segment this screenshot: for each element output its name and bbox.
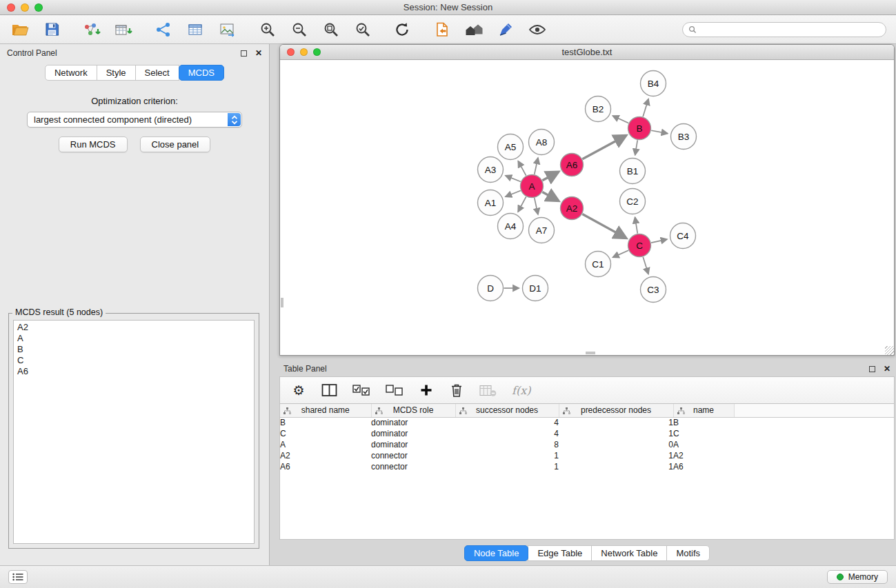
export-table-button[interactable] bbox=[185, 19, 206, 40]
mcds-result-item-a2[interactable]: A2 bbox=[14, 322, 254, 333]
optimization-criterion-dropdown[interactable]: largest connected component (directed) bbox=[27, 112, 242, 128]
show-hide-button[interactable] bbox=[527, 19, 548, 40]
table-row-a6[interactable]: A6connector11A6 bbox=[280, 461, 894, 472]
vertical-scrollbar-thumb[interactable] bbox=[281, 298, 283, 307]
graph-edge-A-A5[interactable] bbox=[518, 161, 526, 176]
tab-select[interactable]: Select bbox=[135, 65, 179, 81]
column-header-name[interactable]: name bbox=[673, 404, 734, 417]
graph-node-C2[interactable]: C2 bbox=[620, 189, 646, 214]
table-cell[interactable]: 0 bbox=[559, 439, 673, 450]
delete-column-button[interactable] bbox=[449, 382, 464, 398]
table-cell[interactable]: 1 bbox=[455, 461, 559, 472]
column-header-successor-nodes[interactable]: successor nodes bbox=[455, 404, 559, 417]
graph-edge-A-A8[interactable] bbox=[535, 158, 538, 174]
table-cell[interactable]: 4 bbox=[455, 417, 559, 428]
graph-node-A[interactable]: A bbox=[521, 175, 544, 198]
column-header-predecessor-nodes[interactable]: predecessor nodes bbox=[559, 404, 673, 417]
network-canvas[interactable]: B4B2BB3A5A8A6B1A3AC2A1A2A4A7C4CC1C3DD1 bbox=[280, 60, 894, 355]
mcds-result-list[interactable]: A2ABCA6 bbox=[13, 320, 255, 544]
graph-edge-A6-B[interactable] bbox=[582, 135, 626, 159]
export-network-button[interactable] bbox=[153, 19, 174, 40]
tab-network-table[interactable]: Network Table bbox=[591, 545, 667, 561]
function-builder-button[interactable]: f(x) bbox=[512, 382, 530, 398]
close-network-window-button[interactable] bbox=[287, 48, 295, 56]
tab-edge-table[interactable]: Edge Table bbox=[528, 545, 592, 561]
column-header-shared-name[interactable]: shared name bbox=[280, 404, 371, 417]
table-cell[interactable]: A6 bbox=[280, 461, 371, 472]
graph-edge-A-A6[interactable] bbox=[542, 172, 559, 181]
graph-edge-B-B3[interactable] bbox=[651, 130, 668, 133]
close-panel-icon[interactable]: ✕ bbox=[255, 48, 262, 58]
table-settings-button[interactable]: ⚙ bbox=[291, 382, 306, 398]
graph-node-A8[interactable]: A8 bbox=[529, 130, 555, 155]
graph-node-B[interactable]: B bbox=[628, 117, 651, 140]
graph-node-B4[interactable]: B4 bbox=[641, 71, 666, 97]
table-cell[interactable]: dominator bbox=[371, 428, 455, 439]
home-button[interactable] bbox=[464, 19, 484, 40]
mcds-result-item-a[interactable]: A bbox=[14, 333, 254, 344]
table-row-a[interactable]: Adominator80A bbox=[280, 439, 894, 450]
run-mcds-button[interactable]: Run MCDS bbox=[59, 136, 128, 152]
table-row-b[interactable]: Bdominator41B bbox=[280, 417, 894, 428]
table-cell[interactable]: 4 bbox=[455, 428, 559, 439]
delete-table-button[interactable] bbox=[479, 382, 497, 398]
table-cell[interactable]: C bbox=[280, 428, 371, 439]
close-window-button[interactable] bbox=[7, 3, 15, 12]
graph-edge-C-C3[interactable] bbox=[643, 257, 648, 274]
column-header-MCDS-role[interactable]: MCDS role bbox=[371, 404, 455, 417]
table-cell[interactable]: B bbox=[280, 417, 371, 428]
graph-edge-B-B2[interactable] bbox=[613, 116, 628, 123]
graph-node-A3[interactable]: A3 bbox=[478, 157, 504, 183]
graph-node-C[interactable]: C bbox=[628, 234, 651, 257]
graph-edge-C-C1[interactable] bbox=[613, 250, 628, 257]
graph-edge-C-C4[interactable] bbox=[651, 239, 667, 243]
graph-edge-A-A2[interactable] bbox=[542, 192, 559, 201]
select-all-columns-button[interactable] bbox=[352, 382, 370, 398]
memory-button[interactable]: Memory bbox=[827, 570, 888, 584]
deselect-all-columns-button[interactable] bbox=[386, 382, 404, 398]
import-table-button[interactable] bbox=[113, 19, 134, 40]
search-field[interactable] bbox=[682, 22, 886, 37]
horizontal-scrollbar-thumb[interactable] bbox=[586, 352, 595, 354]
tab-style[interactable]: Style bbox=[97, 65, 136, 81]
graph-node-A6[interactable]: A6 bbox=[561, 154, 584, 176]
apply-layout-button[interactable] bbox=[392, 19, 412, 40]
graph-node-A7[interactable]: A7 bbox=[529, 218, 555, 243]
table-cell[interactable]: A bbox=[280, 439, 371, 450]
table-cell[interactable]: B bbox=[673, 417, 734, 428]
graph-node-C4[interactable]: C4 bbox=[670, 223, 696, 249]
export-image-button[interactable] bbox=[217, 19, 237, 40]
zoom-selected-button[interactable] bbox=[352, 19, 372, 40]
tab-motifs[interactable]: Motifs bbox=[666, 545, 710, 561]
import-network-button[interactable] bbox=[81, 19, 102, 40]
table-cell[interactable]: 1 bbox=[559, 428, 673, 439]
graph-node-D1[interactable]: D1 bbox=[523, 276, 548, 301]
graph-node-B3[interactable]: B3 bbox=[671, 124, 697, 150]
maximize-network-window-button[interactable] bbox=[313, 48, 321, 56]
table-panel-float-icon[interactable] bbox=[869, 366, 875, 372]
mcds-result-item-c[interactable]: C bbox=[14, 355, 254, 366]
search-input[interactable] bbox=[700, 24, 880, 35]
network-file-button[interactable] bbox=[432, 19, 452, 40]
show-columns-button[interactable] bbox=[321, 382, 337, 398]
table-row-c[interactable]: Cdominator41C bbox=[280, 428, 894, 439]
graph-edge-A-A1[interactable] bbox=[506, 190, 521, 196]
tab-mcds[interactable]: MCDS bbox=[179, 65, 224, 81]
table-cell[interactable]: A2 bbox=[280, 450, 371, 461]
save-session-button[interactable] bbox=[41, 19, 62, 40]
table-cell[interactable]: dominator bbox=[371, 439, 455, 450]
zoom-out-button[interactable] bbox=[288, 19, 309, 40]
graph-node-B2[interactable]: B2 bbox=[586, 97, 611, 122]
table-cell[interactable]: 1 bbox=[559, 450, 673, 461]
graph-node-C1[interactable]: C1 bbox=[586, 252, 611, 277]
open-session-button[interactable] bbox=[10, 19, 30, 40]
zoom-fit-button[interactable] bbox=[320, 19, 341, 40]
zoom-in-button[interactable] bbox=[257, 19, 277, 40]
table-cell[interactable]: dominator bbox=[371, 417, 455, 428]
window-resize-grip[interactable] bbox=[885, 346, 894, 355]
mcds-result-item-a6[interactable]: A6 bbox=[14, 366, 254, 377]
graph-node-B1[interactable]: B1 bbox=[620, 159, 646, 184]
graph-node-A4[interactable]: A4 bbox=[498, 214, 524, 239]
close-panel-button[interactable]: Close panel bbox=[140, 136, 211, 152]
maximize-window-button[interactable] bbox=[34, 3, 43, 12]
